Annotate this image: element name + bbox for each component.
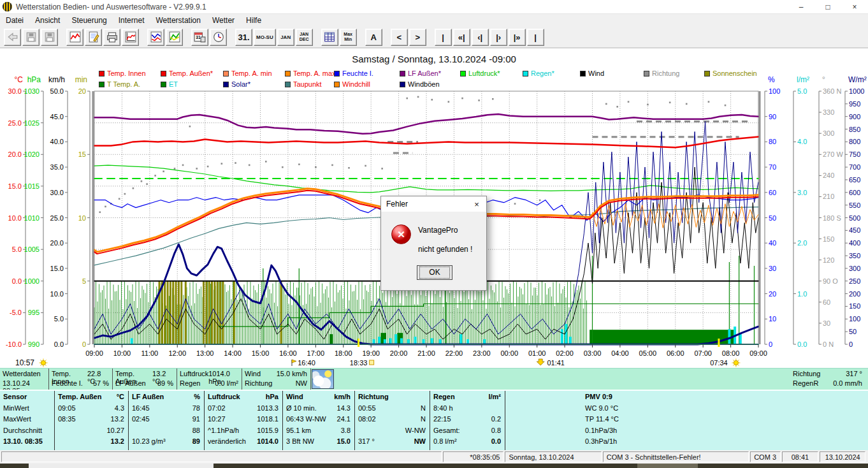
dialog-close-icon[interactable]: × [467,196,486,212]
svg-text:1000: 1000 [24,277,40,285]
series-sonnenschein [219,281,221,344]
series-regen [414,337,417,344]
svg-text:5.0: 5.0 [797,87,807,95]
toolbar-edit-data-button[interactable] [85,29,102,46]
toolbar-print-button[interactable] [103,29,120,46]
svg-text:10: 10 [769,315,776,323]
sensor-col-luftdruck: LuftdruckhPa07:021013.310:271018.1^1.1hP… [205,391,283,451]
series-gruen_spikes [754,266,755,344]
weather-forecast-icon [312,369,334,389]
svg-text:hPa: hPa [27,75,41,84]
legend-color-swatch [223,71,229,77]
yellow-axis-tick [358,339,359,347]
menu-ansicht[interactable]: Ansicht [29,15,66,26]
toolbar-table-view-button[interactable] [321,29,338,46]
svg-text:600: 600 [849,189,860,196]
legend-color-swatch [460,71,466,77]
series-richtung_punkte [708,101,710,103]
toolbar-next-day-button[interactable]: > [409,29,426,46]
toolbar-multi-chart-button[interactable] [147,29,164,46]
toolbar-date-select-button[interactable]: 31 [191,29,208,46]
x-tick-label: 16:00 [279,349,297,357]
toolbar-prev-day-button[interactable]: < [391,29,408,46]
toolbar-fast-back-button[interactable]: «| [453,29,470,46]
svg-text:20.0: 20.0 [8,150,22,158]
toolbar: 3131.MO-SUJANJANDECMaxMinA<>|«|‹||›|»| [0,27,868,48]
svg-text:550: 550 [849,201,860,209]
x-tick-label: 08:00 [722,349,740,357]
series-regen [459,334,462,344]
sensor-summary-table: SensorMinWertMaxWertDurchschnitt13.10. 0… [0,390,868,450]
svg-text:30.0: 30.0 [8,87,22,95]
svg-text:-10.0: -10.0 [6,340,22,348]
toolbar-color-chart-button[interactable] [166,29,183,46]
series-richtung_punkte [249,165,250,166]
svg-text:l/m²: l/m² [797,75,809,84]
toolbar-fast-forward-button[interactable]: |» [509,29,526,46]
toolbar-week-view-button[interactable]: MO-SU [254,29,276,46]
ok-button[interactable]: OK [417,265,452,280]
weather-cell: Temp. Innen22.8 °CFeuchte I.57 % [49,369,113,390]
legend-color-swatch [400,71,405,77]
series-richtung_punkte [133,187,134,189]
legend-solar-: Solar* [223,80,250,88]
menu-datei[interactable]: Datei [0,15,29,26]
status-panel-4: COM 3 [750,451,781,462]
corner-time: 10:57 [15,358,34,367]
legend-regen-: Regen* [523,69,554,77]
series-richtung_punkte [417,96,419,98]
menu-hilfe[interactable]: Hilfe [240,15,267,26]
error-message-line2: nicht gefunden ! [418,245,472,254]
menu-wetterstation[interactable]: Wetterstation [150,15,206,26]
svg-text:700: 700 [849,163,860,171]
minimize-button[interactable]: – [788,0,814,14]
menu-wetter[interactable]: Wetter [206,15,240,26]
toolbar-time-select-button[interactable] [210,29,227,46]
status-panel-2: Sonntag, 13.10.2024 [505,451,601,462]
menu-steuerung[interactable]: Steuerung [66,15,112,26]
series-richtung_punkte [647,104,649,106]
series-richtung_punkte [99,211,101,213]
toolbar-maxmin-view-button[interactable]: MaxMin [340,29,357,46]
toolbar-month-view-button[interactable]: JAN [277,29,294,46]
series-richtung_punkte [461,98,463,99]
series-regen [565,324,567,344]
taskbar-segment-light [29,464,213,468]
toolbar-save-as-button [41,29,58,46]
close-button[interactable]: × [841,0,868,14]
maximize-button[interactable]: □ [814,0,841,14]
svg-text:270 W: 270 W [823,150,843,158]
x-tick-label: 15:00 [252,349,270,357]
svg-text:30.0: 30.0 [50,189,64,196]
toolbar-step-back-button[interactable]: ‹| [472,29,489,46]
svg-text:km/h: km/h [48,75,65,84]
menu-internet[interactable]: Internet [113,15,150,26]
svg-text:850: 850 [849,126,860,133]
toolbar-cursor-start-button[interactable]: | [435,29,452,46]
series-regen [728,329,730,344]
svg-text:330: 330 [823,108,834,116]
svg-text:1000: 1000 [849,87,864,95]
title-bar: Wetterstation Bedien- und Auswertesoftwa… [0,0,868,14]
svg-text:900: 900 [849,113,860,121]
back-icon [7,31,18,43]
marker-01-41: 01:41 [547,359,565,367]
svg-text:40.0: 40.0 [50,138,64,145]
toolbar-chart-view-button[interactable] [66,29,83,46]
status-panel-3: COM 3 - Schnittstellen-Fehler! [603,451,749,462]
curve-window-icon [125,31,136,43]
toolbar-day-view-button[interactable]: 31. [235,29,252,46]
legend-color-swatch [523,71,528,77]
svg-text:240: 240 [823,172,834,179]
toolbar-curve-window-button[interactable] [122,29,139,46]
toolbar-auto-scale-button[interactable]: A [365,29,382,46]
legend-luftdruck-: Luftdruck* [460,69,500,77]
x-tick-label: 09:00 [749,349,767,357]
toolbar-year-view-button[interactable]: JANDEC [296,29,313,46]
series-richtung_punkte [686,103,688,105]
edit-data-icon [88,31,99,43]
svg-text:0.0: 0.0 [797,340,807,348]
toolbar-cursor-end-button[interactable]: | [527,29,544,46]
series-sonnenschein [185,281,187,344]
toolbar-step-forward-button[interactable]: |› [490,29,507,46]
